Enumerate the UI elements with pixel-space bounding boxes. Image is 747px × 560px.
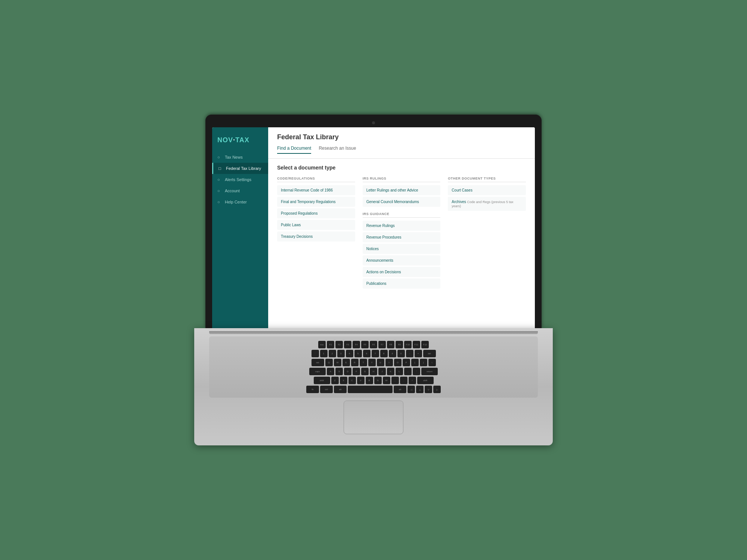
key-minus[interactable]: -	[406, 350, 413, 357]
key-f6[interactable]: F6	[370, 341, 377, 348]
key-alt[interactable]: alt	[334, 386, 347, 393]
doc-item-proposed-regs[interactable]: Proposed Regulations	[277, 208, 355, 218]
key-f10[interactable]: F10	[404, 341, 412, 348]
key-b[interactable]: B	[366, 377, 373, 384]
key-l[interactable]: L	[396, 368, 403, 375]
key-7[interactable]: 7	[372, 350, 379, 357]
key-d[interactable]: D	[344, 368, 351, 375]
doc-item-revenue-rulings[interactable]: Revenue Rulings	[363, 221, 441, 231]
key-f4[interactable]: F4	[353, 341, 360, 348]
key-lbracket[interactable]: [	[411, 359, 419, 366]
doc-item-announcements[interactable]: Announcements	[363, 255, 441, 265]
sidebar-item-help-center[interactable]: ○ Help Center	[212, 196, 268, 208]
key-6[interactable]: 6	[363, 350, 371, 357]
doc-item-final-temp-regs[interactable]: Final and Temporary Regulations	[277, 197, 355, 207]
doc-item-public-laws[interactable]: Public Laws	[277, 220, 355, 230]
key-ctrl[interactable]: ctrl	[320, 386, 333, 393]
key-j[interactable]: J	[378, 368, 386, 375]
key-tab[interactable]: tab	[311, 359, 324, 366]
account-icon: ○	[217, 189, 222, 193]
tab-find-document[interactable]: Find a Document	[277, 146, 311, 154]
key-return[interactable]: return	[421, 368, 438, 375]
key-9[interactable]: 9	[389, 350, 396, 357]
key-rshift[interactable]: shift	[417, 377, 434, 384]
key-f9[interactable]: F9	[396, 341, 403, 348]
key-z[interactable]: Z	[331, 377, 339, 384]
key-4[interactable]: 4	[346, 350, 353, 357]
key-space[interactable]	[348, 386, 393, 393]
doc-item-letter-rulings[interactable]: Letter Rulings and other Advice	[363, 185, 441, 195]
key-f11[interactable]: F11	[413, 341, 420, 348]
doc-item-publications[interactable]: Publications	[363, 279, 441, 289]
key-f12[interactable]: F12	[421, 341, 429, 348]
key-p[interactable]: P	[403, 359, 410, 366]
key-e[interactable]: E	[342, 359, 350, 366]
key-equals[interactable]: =	[415, 350, 422, 357]
key-3[interactable]: 3	[337, 350, 345, 357]
key-capslock[interactable]: caps	[309, 368, 326, 375]
key-backslash[interactable]: \	[428, 359, 436, 366]
key-comma[interactable]: ,	[391, 377, 399, 384]
key-g[interactable]: G	[361, 368, 369, 375]
key-2[interactable]: 2	[329, 350, 336, 357]
key-m[interactable]: M	[383, 377, 390, 384]
key-x[interactable]: X	[340, 377, 347, 384]
doc-item-archives[interactable]: Archives Code and Regs (previous 5 tax y…	[448, 197, 526, 211]
key-c[interactable]: C	[348, 377, 356, 384]
key-v[interactable]: V	[357, 377, 365, 384]
doc-item-court-cases[interactable]: Court Cases	[448, 185, 526, 195]
key-5[interactable]: 5	[354, 350, 362, 357]
key-f7[interactable]: F7	[378, 341, 386, 348]
doc-item-general-council[interactable]: General Council Memorandums	[363, 197, 441, 207]
key-left[interactable]: ◁	[407, 386, 415, 393]
key-period[interactable]: .	[400, 377, 407, 384]
doc-item-treasury-decisions[interactable]: Treasury Decisions	[277, 231, 355, 242]
sidebar-item-tax-news[interactable]: ○ Tax News	[212, 152, 268, 163]
key-y[interactable]: Y	[368, 359, 376, 366]
key-f[interactable]: F	[353, 368, 360, 375]
key-down[interactable]: ▽	[425, 386, 432, 393]
key-f1[interactable]: F1	[327, 341, 334, 348]
key-fn[interactable]: fn	[306, 386, 319, 393]
sidebar-item-alerts-settings[interactable]: ○ Alerts Settings	[212, 174, 268, 185]
key-n[interactable]: N	[374, 377, 382, 384]
key-h[interactable]: H	[370, 368, 377, 375]
key-0[interactable]: 0	[397, 350, 405, 357]
key-t[interactable]: T	[360, 359, 367, 366]
key-s[interactable]: S	[335, 368, 343, 375]
key-q[interactable]: Q	[325, 359, 333, 366]
key-a[interactable]: A	[327, 368, 334, 375]
doc-item-revenue-procedures[interactable]: Revenue Procedures	[363, 232, 441, 242]
tab-research-issue[interactable]: Research an Issue	[319, 146, 356, 154]
key-lshift[interactable]: shift	[314, 377, 330, 384]
key-i[interactable]: I	[385, 359, 393, 366]
sidebar-item-federal-tax-library[interactable]: □ Federal Tax Library	[212, 163, 268, 174]
key-f5[interactable]: F5	[361, 341, 369, 348]
key-slash[interactable]: /	[409, 377, 416, 384]
key-up[interactable]: △	[416, 386, 424, 393]
key-f2[interactable]: F2	[335, 341, 343, 348]
key-ralt[interactable]: alt	[394, 386, 406, 393]
key-u[interactable]: U	[377, 359, 384, 366]
doc-item-actions-on-decisions[interactable]: Actions on Decisions	[363, 267, 441, 277]
key-right[interactable]: ▷	[433, 386, 441, 393]
key-r[interactable]: R	[351, 359, 359, 366]
key-semicolon[interactable]: ;	[404, 368, 412, 375]
doc-item-irc-1986[interactable]: Internal Revenue Code of 1986	[277, 185, 355, 195]
key-1[interactable]: 1	[320, 350, 328, 357]
key-o[interactable]: O	[394, 359, 402, 366]
col-header-other-docs: OTHER DOCUMENT TYPES	[448, 177, 526, 182]
columns: CODE/REGULATIONS Internal Revenue Code o…	[277, 177, 526, 290]
key-backtick[interactable]: `	[311, 350, 319, 357]
key-w[interactable]: W	[334, 359, 341, 366]
key-delete[interactable]: del	[423, 350, 436, 357]
key-quote[interactable]: '	[413, 368, 420, 375]
key-k[interactable]: K	[387, 368, 394, 375]
trackpad[interactable]	[344, 401, 403, 434]
key-f8[interactable]: F8	[387, 341, 394, 348]
sidebar-item-account[interactable]: ○ Account	[212, 185, 268, 196]
key-f3[interactable]: F3	[344, 341, 351, 348]
key-rbracket[interactable]: ]	[420, 359, 427, 366]
key-8[interactable]: 8	[380, 350, 388, 357]
doc-item-notices[interactable]: Notices	[363, 244, 441, 254]
